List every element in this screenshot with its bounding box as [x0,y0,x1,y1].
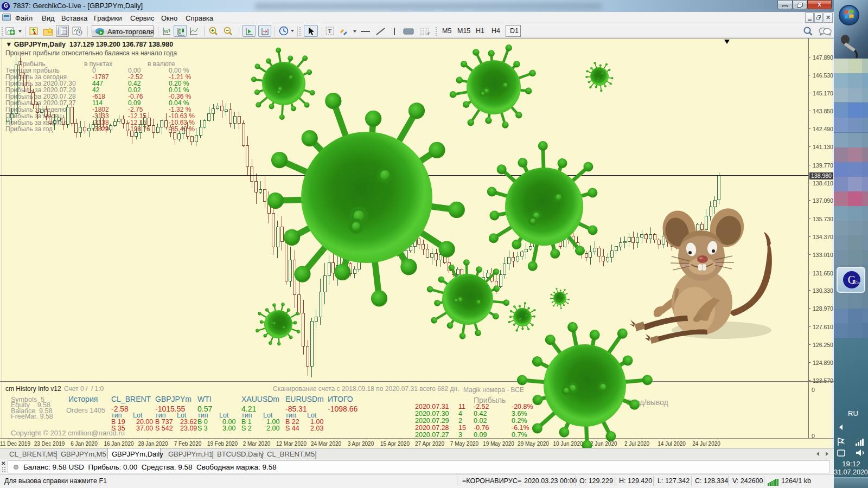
svg-text:F: F [427,31,430,36]
svg-text:T: T [328,28,332,34]
